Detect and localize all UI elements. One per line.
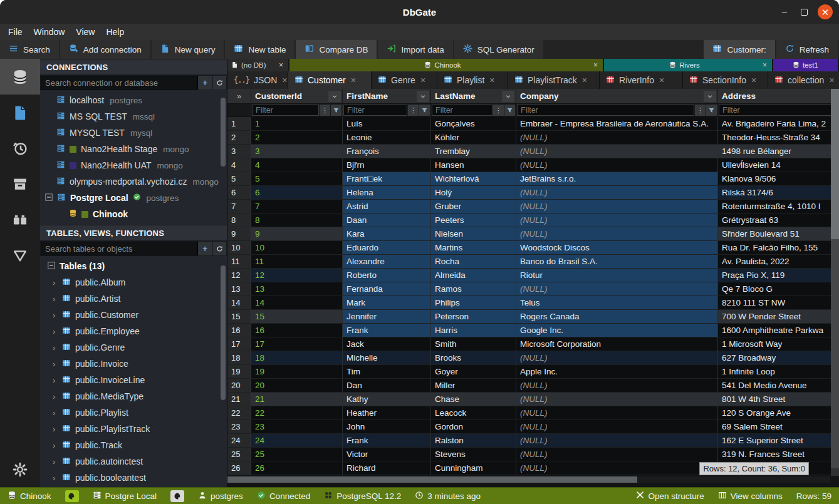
cell-company[interactable]: (NULL) bbox=[516, 227, 718, 241]
table-public-autoinctest[interactable]: ›public.autoinctest bbox=[40, 453, 227, 470]
title-bar[interactable]: DbGate – ✕ bbox=[0, 0, 839, 24]
cell-address[interactable]: 541 Del Medio Avenue bbox=[718, 379, 839, 393]
cell-customerid[interactable]: 9 bbox=[251, 227, 343, 241]
activity-database-icon[interactable] bbox=[0, 59, 40, 95]
table-public-album[interactable]: ›public.Album bbox=[40, 274, 227, 291]
row-number[interactable]: 18 bbox=[227, 351, 251, 365]
table-public-customer[interactable]: ›public.Customer bbox=[40, 307, 227, 323]
filter-input-lastname[interactable] bbox=[432, 105, 492, 116]
row-number[interactable]: 16 bbox=[227, 324, 251, 337]
cell-lastname[interactable]: Philips bbox=[431, 296, 516, 310]
new-table-button[interactable]: New table bbox=[225, 40, 294, 59]
cell-lastname[interactable]: Martins bbox=[431, 241, 516, 255]
cell-firstname[interactable]: Richard bbox=[343, 461, 431, 475]
table-public-playlist[interactable]: ›public.Playlist bbox=[40, 404, 227, 421]
cell-lastname[interactable]: Harris bbox=[431, 324, 516, 337]
cell-firstname[interactable]: Heather bbox=[343, 406, 431, 420]
cell-customerid[interactable]: 1 bbox=[251, 117, 343, 131]
filter-input-address[interactable] bbox=[719, 105, 838, 116]
row-number[interactable]: 3 bbox=[227, 145, 251, 158]
cell-firstname[interactable]: Luís bbox=[343, 117, 431, 131]
cell-customerid[interactable]: 5 bbox=[251, 172, 343, 186]
cell-customerid[interactable]: 18 bbox=[251, 351, 343, 365]
table-public-genre[interactable]: ›public.Genre bbox=[40, 339, 227, 356]
close-icon[interactable]: × bbox=[420, 75, 425, 85]
menu-help[interactable]: Help bbox=[100, 27, 130, 37]
cell-lastname[interactable]: Ramos bbox=[431, 282, 516, 296]
cell-lastname[interactable]: Nielsen bbox=[431, 227, 516, 241]
cell-lastname[interactable]: Goyer bbox=[431, 365, 516, 379]
column-header-customerid[interactable]: CustomerId bbox=[251, 89, 343, 103]
cell-firstname[interactable]: Jack bbox=[343, 337, 431, 351]
row-number[interactable]: 23 bbox=[227, 420, 251, 434]
row-number[interactable]: 1 bbox=[227, 117, 251, 131]
connection-mysql-test[interactable]: MYSQL TESTmysql bbox=[40, 125, 227, 141]
cell-lastname[interactable]: Cunningham bbox=[431, 461, 516, 475]
cell-lastname[interactable]: Peterson bbox=[431, 310, 516, 324]
status-postgres[interactable]: postgres bbox=[198, 491, 243, 501]
row-number[interactable]: 21 bbox=[227, 393, 251, 406]
cell-firstname[interactable]: Frank bbox=[343, 434, 431, 448]
filter-menu-kebab-icon[interactable]: ⋮ bbox=[695, 105, 706, 116]
close-icon[interactable]: × bbox=[592, 61, 599, 69]
cell-company[interactable]: Rogers Canada bbox=[516, 310, 718, 324]
cell-lastname[interactable]: Smith bbox=[431, 337, 516, 351]
row-number[interactable]: 2 bbox=[227, 131, 251, 145]
tab-group-no-db[interactable]: (no DB)× bbox=[227, 59, 288, 71]
cell-firstname[interactable]: Michelle bbox=[343, 351, 431, 365]
expand-columns-button[interactable]: » bbox=[227, 89, 251, 103]
cell-lastname[interactable]: Tremblay bbox=[431, 145, 516, 158]
cell-customerid[interactable]: 10 bbox=[251, 241, 343, 255]
cell-company[interactable]: (NULL) bbox=[516, 351, 718, 365]
cell-company[interactable]: (NULL) bbox=[516, 448, 718, 461]
cell-firstname[interactable]: Astrid bbox=[343, 200, 431, 213]
vertical-scrollbar[interactable] bbox=[831, 89, 839, 476]
row-number[interactable]: 7 bbox=[227, 200, 251, 213]
cell-address[interactable]: 1 Microsoft Way bbox=[718, 337, 839, 351]
row-number[interactable]: 9 bbox=[227, 227, 251, 241]
cell-address[interactable]: 8210 111 ST NW bbox=[718, 296, 839, 310]
minimize-button[interactable]: – bbox=[778, 7, 791, 17]
cell-company[interactable]: (NULL) bbox=[516, 420, 718, 434]
cell-company[interactable]: (NULL) bbox=[516, 282, 718, 296]
cell-address[interactable]: Klanova 9/506 bbox=[718, 172, 839, 186]
chevron-right-icon[interactable]: › bbox=[53, 343, 58, 352]
row-number[interactable]: 5 bbox=[227, 172, 251, 186]
search-button[interactable]: Search bbox=[0, 40, 59, 59]
cell-firstname[interactable]: John bbox=[343, 420, 431, 434]
cell-firstname[interactable]: Frank bbox=[343, 324, 431, 337]
tables-scrollbar-thumb[interactable] bbox=[221, 265, 226, 400]
cell-firstname[interactable]: Franti□ek bbox=[343, 172, 431, 186]
cell-firstname[interactable]: Victor bbox=[343, 448, 431, 461]
column-menu-chevron-down-icon[interactable] bbox=[502, 91, 514, 102]
database-chinook[interactable]: Chinook bbox=[40, 206, 227, 222]
cell-company[interactable]: (NULL) bbox=[516, 186, 718, 200]
cell-lastname[interactable]: Köhler bbox=[431, 131, 516, 145]
table-public-track[interactable]: ›public.Track bbox=[40, 437, 227, 453]
activity-history-icon[interactable] bbox=[0, 130, 40, 166]
tab-group-chinook[interactable]: Chinook× bbox=[289, 59, 603, 71]
add-connection-button[interactable]: Add connection bbox=[60, 40, 150, 59]
row-number[interactable]: 24 bbox=[227, 434, 251, 448]
cell-customerid[interactable]: 26 bbox=[251, 461, 343, 475]
cell-lastname[interactable]: Holý bbox=[431, 186, 516, 200]
close-icon[interactable]: × bbox=[351, 75, 356, 85]
tables-search-input[interactable] bbox=[41, 242, 197, 255]
row-number[interactable]: 11 bbox=[227, 255, 251, 269]
cell-address[interactable]: 120 S Orange Ave bbox=[718, 406, 839, 420]
tables-group[interactable]: Tables (13) bbox=[40, 258, 227, 274]
filter-funnel-icon[interactable] bbox=[331, 105, 341, 116]
cell-address[interactable]: 1 Infinite Loop bbox=[718, 365, 839, 379]
cell-firstname[interactable]: Daan bbox=[343, 213, 431, 227]
horizontal-scrollbar-thumb[interactable] bbox=[227, 476, 637, 483]
sql-generator-button[interactable]: SQL Generator bbox=[454, 40, 543, 59]
cell-customerid[interactable]: 13 bbox=[251, 282, 343, 296]
collapse-icon[interactable] bbox=[45, 193, 53, 203]
column-header-firstname[interactable]: FirstName bbox=[343, 89, 431, 103]
cell-customerid[interactable]: 22 bbox=[251, 406, 343, 420]
cell-lastname[interactable]: Gonçalves bbox=[431, 117, 516, 131]
chevron-right-icon[interactable]: › bbox=[53, 359, 58, 369]
connection-nano2health-uat[interactable]: Nano2Health UATmongo bbox=[40, 157, 227, 173]
cell-lastname[interactable]: Ralston bbox=[431, 434, 516, 448]
close-icon[interactable]: × bbox=[751, 75, 756, 85]
